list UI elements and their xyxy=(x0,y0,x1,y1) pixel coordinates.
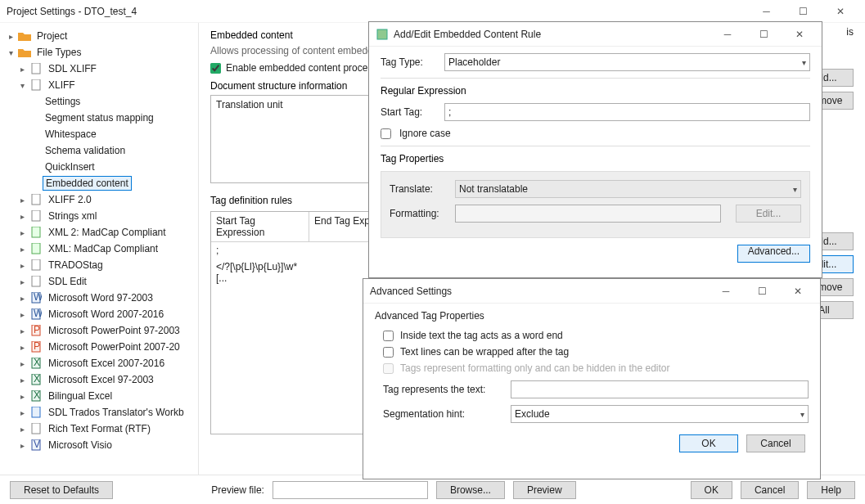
tree-project[interactable]: Project xyxy=(34,29,70,43)
chevron-down-icon: ▾ xyxy=(800,410,804,419)
tree-bilxl[interactable]: Bilingual Excel xyxy=(46,389,115,403)
tagrep-label: Tag represents the text: xyxy=(383,384,502,395)
ok-button[interactable]: OK xyxy=(691,481,732,499)
formatting-edit-button: Edit... xyxy=(736,205,801,223)
word-end-checkbox[interactable] xyxy=(383,331,394,341)
enable-embedded-label: Enable embedded content processing xyxy=(226,62,390,74)
close-button[interactable]: ✕ xyxy=(822,0,858,23)
dlg2-ok-button[interactable]: OK xyxy=(679,434,738,452)
formatting-label: Formatting: xyxy=(390,208,447,219)
svg-text:P: P xyxy=(34,341,40,352)
tag-row-1[interactable]: ; xyxy=(211,242,309,259)
tree-rtf[interactable]: Rich Text Format (RTF) xyxy=(46,422,153,435)
tree-schema[interactable]: Schema validation xyxy=(43,144,128,157)
dlg2-minimize-button[interactable]: ─ xyxy=(710,279,741,304)
enable-embedded-checkbox[interactable] xyxy=(210,63,221,74)
tree-xml[interactable]: XML: MadCap Compliant xyxy=(46,242,160,255)
navigation-tree[interactable]: ▸Project ▾File Types ▸SDL XLIFF ▾XLIFF S… xyxy=(0,23,199,475)
tagrep-input[interactable] xyxy=(511,380,809,398)
window-title: Project Settings - DTO_test_4 xyxy=(7,6,137,17)
tree-word97[interactable]: Microsoft Word 97-2003 xyxy=(46,291,155,304)
tree-sdledit[interactable]: SDL Edit xyxy=(46,275,89,288)
dlg1-minimize-button[interactable]: ─ xyxy=(712,22,743,47)
tree-visio[interactable]: Microsoft Visio xyxy=(46,439,115,452)
tree-settings[interactable]: Settings xyxy=(43,95,83,108)
tree-sdlxliff[interactable]: SDL XLIFF xyxy=(46,62,99,75)
svg-rect-5 xyxy=(32,243,40,254)
col-start[interactable]: Start Tag Expression xyxy=(211,212,309,241)
tree-xl07[interactable]: Microsoft Excel 2007-2016 xyxy=(46,357,167,370)
tree-xl97[interactable]: Microsoft Excel 97-2003 xyxy=(46,373,156,386)
tree-pp07[interactable]: Microsoft PowerPoint 2007-20 xyxy=(46,340,182,353)
main-titlebar: Project Settings - DTO_test_4 ─ ☐ ✕ xyxy=(0,0,865,23)
tree-xml2[interactable]: XML 2: MadCap Compliant xyxy=(46,226,169,239)
svg-text:X: X xyxy=(34,374,40,385)
seghint-select[interactable]: Exclude▾ xyxy=(511,405,809,423)
formatting-input xyxy=(455,205,721,223)
word-end-label: Inside text the tag acts as a word end xyxy=(400,330,563,341)
tree-quickinsert[interactable]: QuickInsert xyxy=(43,160,97,173)
tagtype-select[interactable]: Placeholder▾ xyxy=(444,53,810,71)
adv-heading: Advanced Tag Properties xyxy=(375,310,809,322)
svg-rect-0 xyxy=(32,63,40,74)
tree-pp97[interactable]: Microsoft PowerPoint 97-2003 xyxy=(46,324,182,337)
svg-text:X: X xyxy=(34,358,40,368)
translate-select: Not translatable▾ xyxy=(455,180,801,198)
svg-text:X: X xyxy=(34,390,40,401)
svg-rect-3 xyxy=(32,210,40,221)
svg-text:V: V xyxy=(34,439,40,450)
tree-whitespace[interactable]: Whitespace xyxy=(43,128,99,141)
tree-xliff[interactable]: XLIFF xyxy=(46,79,78,92)
note-text: is xyxy=(846,26,854,38)
dlg2-cancel-button[interactable]: Cancel xyxy=(746,434,805,452)
reset-defaults-button[interactable]: Reset to Defaults xyxy=(10,481,113,499)
chevron-down-icon: ▾ xyxy=(802,58,806,67)
tree-xliff2[interactable]: XLIFF 2.0 xyxy=(46,193,94,206)
svg-rect-22 xyxy=(32,407,40,417)
svg-text:P: P xyxy=(34,325,40,335)
svg-rect-1 xyxy=(32,79,40,90)
maximize-button[interactable]: ☐ xyxy=(785,0,822,23)
ignorecase-checkbox[interactable] xyxy=(381,128,391,139)
advanced-settings-dialog: Advanced Settings ─ ☐ ✕ Advanced Tag Pro… xyxy=(363,278,821,479)
browse-button[interactable]: Browse... xyxy=(436,481,505,499)
tree-strings[interactable]: Strings xml xyxy=(46,209,99,223)
advanced-button[interactable]: Advanced... xyxy=(737,245,810,263)
preview-button[interactable]: Preview xyxy=(513,481,576,499)
dlg2-maximize-button[interactable]: ☐ xyxy=(746,279,777,304)
dlg1-close-button[interactable]: ✕ xyxy=(784,22,815,47)
tree-filetypes[interactable]: File Types xyxy=(34,46,83,59)
tree-sdlwb[interactable]: SDL Trados Translator's Workb xyxy=(46,406,187,419)
wrap-after-label: Text lines can be wrapped after the tag xyxy=(400,346,569,358)
preview-file-input[interactable] xyxy=(273,481,428,499)
svg-rect-2 xyxy=(32,194,40,205)
starttag-input[interactable] xyxy=(444,103,810,121)
dialog-title: Add/Edit Embedded Content Rule xyxy=(394,29,541,40)
tagtype-label: Tag Type: xyxy=(381,56,436,68)
regex-group-label: Regular Expression xyxy=(381,85,810,97)
tree-trados[interactable]: TRADOStag xyxy=(46,259,106,272)
svg-rect-26 xyxy=(377,29,387,39)
seghint-label: Segmentation hint: xyxy=(383,408,502,420)
help-button[interactable]: Help xyxy=(807,481,855,499)
tree-segstatus[interactable]: Segment status mapping xyxy=(43,111,156,124)
tree-embedded[interactable]: Embedded content xyxy=(43,176,132,191)
preview-file-label: Preview file: xyxy=(211,484,264,496)
tag-row-2[interactable]: </?[\p{Ll}\p{Lu}]\w*[... xyxy=(211,259,309,286)
starttag-label: Start Tag: xyxy=(381,106,436,118)
formatting-only-checkbox xyxy=(383,363,394,374)
dialog-icon xyxy=(376,28,389,41)
svg-rect-7 xyxy=(32,276,40,286)
minimize-button[interactable]: ─ xyxy=(748,0,785,23)
tree-word07[interactable]: Microsoft Word 2007-2016 xyxy=(46,308,166,321)
dlg2-title: Advanced Settings xyxy=(370,286,452,297)
chevron-down-icon: ▾ xyxy=(793,185,797,194)
dlg1-maximize-button[interactable]: ☐ xyxy=(748,22,779,47)
svg-rect-6 xyxy=(32,259,40,270)
wrap-after-checkbox[interactable] xyxy=(383,347,394,358)
dlg2-close-button[interactable]: ✕ xyxy=(782,279,813,304)
translate-label: Translate: xyxy=(390,183,447,195)
cancel-button[interactable]: Cancel xyxy=(741,481,799,499)
add-edit-rule-dialog: Add/Edit Embedded Content Rule ─ ☐ ✕ Tag… xyxy=(368,21,822,278)
tagprops-group-label: Tag Properties xyxy=(381,153,810,164)
